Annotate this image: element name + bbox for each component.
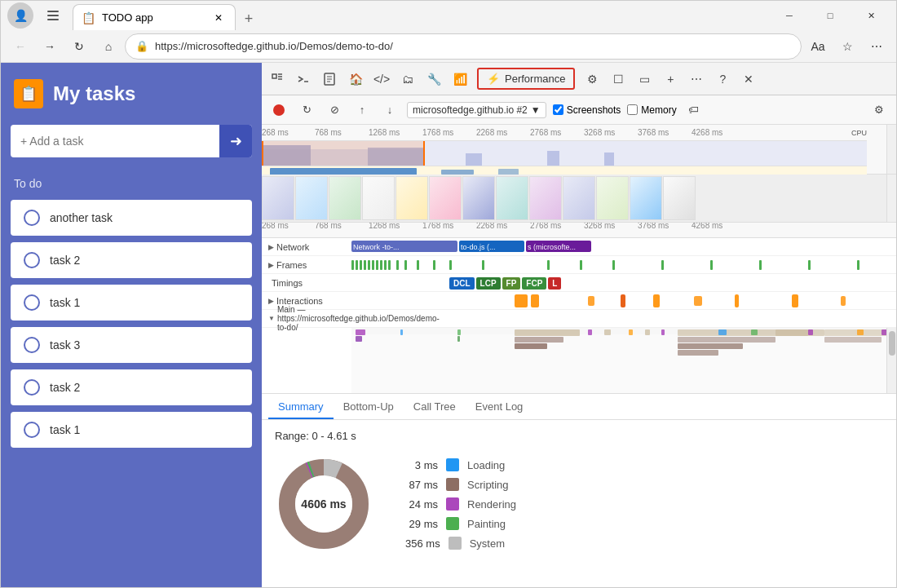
task-checkbox[interactable] — [24, 294, 40, 311]
todo-header: 📋 My tasks — [1, 63, 262, 125]
frames-expand-icon[interactable]: ▶ — [268, 261, 274, 269]
home-button[interactable]: ⌂ — [95, 33, 122, 60]
url-selector[interactable]: microsoftedge.github.io #2 ▼ — [407, 102, 546, 118]
ruler-mark: 4268 ms — [692, 128, 722, 137]
tab-bar: 📋 TODO app ✕ + — [73, 1, 764, 30]
svg-rect-0 — [47, 11, 59, 12]
wifi-tool[interactable]: 📶 — [448, 67, 472, 91]
main-expand-icon[interactable]: ▼ — [268, 315, 275, 322]
svg-rect-85 — [808, 329, 813, 335]
task-checkbox[interactable] — [24, 422, 40, 438]
maximize-button[interactable]: □ — [811, 2, 849, 29]
list-item[interactable]: task 1 — [11, 412, 252, 448]
memory-tool[interactable]: ☐ — [606, 67, 630, 91]
performance-settings-button[interactable]: ⚙ — [868, 99, 890, 121]
back-button[interactable]: ← — [7, 33, 33, 60]
legend-item-painting: 29 ms Painting — [405, 517, 516, 530]
close-button[interactable]: ✕ — [852, 2, 890, 29]
donut-chart: 4606 ms — [275, 455, 373, 553]
close-devtools-button[interactable]: ✕ — [736, 67, 761, 91]
add-tool[interactable]: + — [658, 67, 683, 91]
network-expand-icon[interactable]: ▶ — [268, 243, 274, 251]
scrollbar-thumb[interactable] — [889, 331, 895, 356]
network-row-label: Network — [276, 242, 309, 252]
download-button[interactable]: ↓ — [379, 99, 400, 121]
more-button[interactable]: ⋯ — [864, 33, 890, 60]
interactions-row-label: Interactions — [276, 296, 323, 306]
svg-rect-30 — [351, 260, 354, 270]
profile-icon[interactable]: 👤 — [7, 2, 33, 29]
settings-devtools[interactable]: ⚙ — [580, 67, 604, 91]
tab-summary[interactable]: Summary — [268, 396, 334, 419]
timeline-main-scrollbar[interactable] — [886, 328, 896, 393]
memory-checkbox-input[interactable] — [627, 104, 638, 115]
upload-button[interactable]: ↑ — [351, 99, 373, 121]
record-button[interactable] — [268, 99, 289, 121]
svg-rect-55 — [515, 294, 528, 307]
task-checkbox[interactable] — [24, 210, 40, 226]
favorites-button[interactable]: ☆ — [834, 33, 860, 60]
help-icon[interactable]: ? — [710, 67, 735, 91]
list-item[interactable]: task 2 — [11, 369, 252, 405]
clear-button[interactable]: ⊘ — [324, 99, 345, 121]
screenshots-checkbox[interactable]: Screenshots — [553, 104, 621, 116]
html-tool[interactable]: </> — [369, 67, 394, 91]
interactions-expand-icon[interactable]: ▶ — [268, 297, 274, 305]
capture-screenshot-button[interactable]: 🏷 — [683, 99, 705, 121]
list-item[interactable]: task 2 — [11, 242, 252, 278]
sources-tool[interactable] — [317, 67, 342, 91]
svg-rect-40 — [396, 260, 399, 270]
performance-tab-button[interactable]: ⚡ Performance — [477, 68, 575, 90]
scripting-label: Scripting — [467, 479, 509, 491]
screenshots-checkbox-input[interactable] — [553, 104, 563, 115]
timeline-scrollbar-2[interactable] — [886, 175, 896, 222]
list-item[interactable]: another task — [11, 200, 252, 236]
video-tool[interactable]: ▭ — [632, 67, 656, 91]
application-tool[interactable]: 🗂 — [395, 67, 420, 91]
list-item[interactable]: task 3 — [11, 327, 252, 363]
network-tool[interactable]: 🏠 — [343, 67, 368, 91]
reload-button[interactable]: ↻ — [66, 33, 92, 60]
address-bar[interactable]: 🔒 https://microsoftedge.github.io/Demos/… — [125, 33, 802, 60]
dcl-badge: DCL — [449, 277, 475, 290]
loading-ms: 3 ms — [405, 459, 438, 471]
tab-close-button[interactable]: ✕ — [210, 10, 227, 26]
timeline-scrollbar[interactable] — [886, 125, 896, 174]
inspect-tool[interactable] — [265, 67, 289, 91]
svg-rect-57 — [588, 296, 594, 306]
tab-event-log[interactable]: Event Log — [466, 396, 533, 419]
task-text: another task — [50, 211, 113, 224]
svg-rect-61 — [735, 294, 739, 307]
console-tool[interactable] — [291, 67, 316, 91]
list-item[interactable]: task 1 — [11, 285, 252, 321]
svg-rect-42 — [417, 260, 419, 270]
add-task-input[interactable] — [11, 126, 219, 156]
task-checkbox[interactable] — [24, 337, 40, 353]
task-checkbox[interactable] — [24, 379, 40, 396]
minimize-button[interactable]: ─ — [771, 2, 808, 29]
performance-icon: ⚡ — [487, 73, 500, 85]
new-tab-button[interactable]: + — [236, 7, 262, 30]
svg-rect-65 — [356, 329, 365, 335]
loading-color — [446, 458, 459, 471]
title-bar-controls: ─ □ ✕ — [771, 2, 890, 29]
tab-call-tree[interactable]: Call Tree — [404, 396, 466, 419]
add-task-button[interactable]: ➜ — [219, 125, 252, 157]
more-tools[interactable]: ⋯ — [684, 67, 709, 91]
task-checkbox[interactable] — [24, 252, 40, 268]
reload-profile-button[interactable]: ↻ — [296, 99, 317, 121]
memory-checkbox[interactable]: Memory — [627, 104, 676, 116]
svg-rect-19 — [262, 141, 263, 166]
active-tab[interactable]: 📋 TODO app ✕ — [73, 4, 236, 30]
system-ms: 356 ms — [405, 537, 440, 550]
security-tool[interactable]: 🔧 — [422, 67, 446, 91]
svg-rect-80 — [678, 343, 743, 349]
tab-bottom-up[interactable]: Bottom-Up — [334, 396, 404, 419]
read-aloud-button[interactable]: Aa — [805, 33, 831, 60]
forward-button[interactable]: → — [37, 33, 63, 60]
sidebar-toggle[interactable] — [40, 2, 66, 29]
ruler-mark: 768 ms — [315, 128, 342, 137]
record-indicator — [273, 104, 285, 116]
painting-color — [446, 517, 459, 530]
system-color — [448, 537, 462, 550]
